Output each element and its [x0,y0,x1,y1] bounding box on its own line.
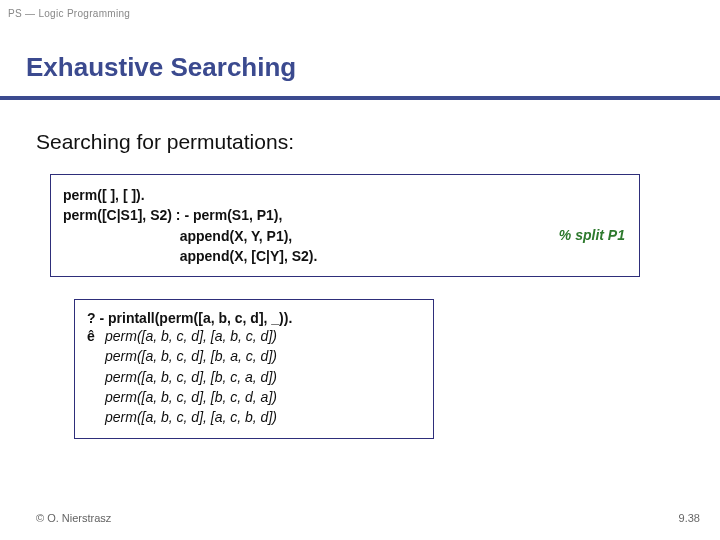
code-line: append(X, [C|Y], S2). [63,246,627,266]
code-comment: % split P1 [559,227,625,243]
slide: PS — Logic Programming Exhaustive Search… [0,0,720,540]
result-text: perm([a, b, c, d], [a, c, b, d]) [105,407,277,427]
course-label: PS — Logic Programming [8,8,130,19]
arrow-icon: ê [87,326,105,346]
content-area: Searching for permutations: perm([ ], [ … [36,130,684,439]
definition-code-box: perm([ ], [ ]). perm([C|S1], S2) : - per… [50,174,640,277]
result-row: perm([a, b, c, d], [b, c, d, a]) [87,387,421,407]
result-text: perm([a, b, c, d], [b, c, d, a]) [105,387,277,407]
query-line: ? - printall(perm([a, b, c, d], _)). [87,310,421,326]
result-row: perm([a, b, c, d], [a, c, b, d]) [87,407,421,427]
title-band: Exhaustive Searching [0,38,720,100]
subheading: Searching for permutations: [36,130,684,154]
footer-page-number: 9.38 [679,512,700,524]
query-output-box: ? - printall(perm([a, b, c, d], _)). ê p… [74,299,434,438]
result-text: perm([a, b, c, d], [a, b, c, d]) [105,326,277,346]
result-row: ê perm([a, b, c, d], [a, b, c, d]) [87,326,421,346]
result-text: perm([a, b, c, d], [b, c, a, d]) [105,367,277,387]
slide-title: Exhaustive Searching [26,52,296,83]
code-line: append(X, Y, P1), [63,226,627,246]
code-line: perm([ ], [ ]). [63,185,627,205]
result-text: perm([a, b, c, d], [b, a, c, d]) [105,346,277,366]
code-line: perm([C|S1], S2) : - perm(S1, P1), [63,205,627,225]
result-row: perm([a, b, c, d], [b, a, c, d]) [87,346,421,366]
footer-copyright: © O. Nierstrasz [36,512,111,524]
result-row: perm([a, b, c, d], [b, c, a, d]) [87,367,421,387]
